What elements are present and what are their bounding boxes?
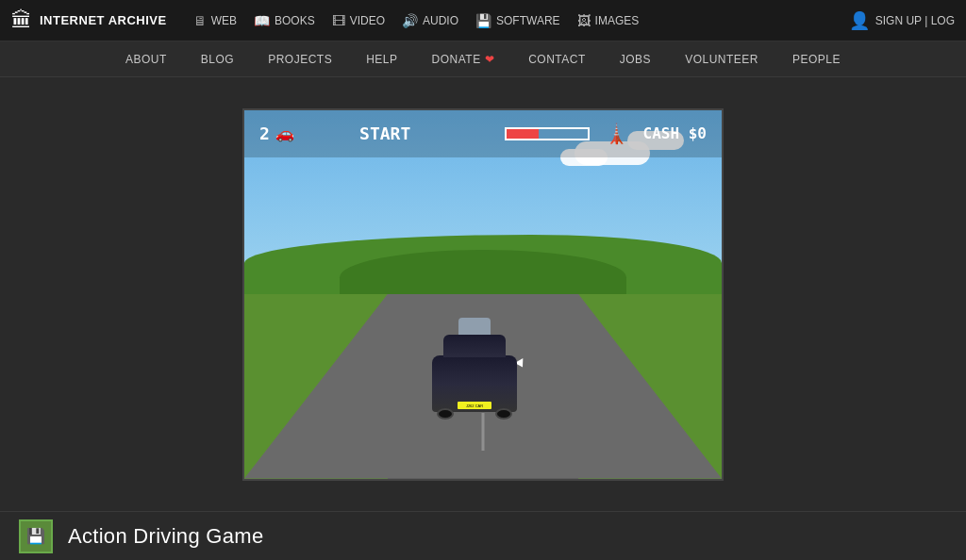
car-wheel-left [437, 408, 454, 420]
nav-web-label: WEB [211, 14, 237, 27]
nav-contact[interactable]: CONTACT [511, 41, 603, 77]
nav-software-label: SOFTWARE [496, 14, 560, 27]
game-screen: J262 CAR 2 🚗 START 🗼 CASH $0 [244, 110, 722, 479]
archive-icon: 🏛 [11, 8, 32, 33]
nav-volunteer[interactable]: VOLUNTEER [668, 41, 775, 77]
eiffel-icon: 🗼 [605, 123, 628, 145]
nav-blog[interactable]: BLOG [184, 41, 251, 77]
nav-audio[interactable]: 🔊 AUDIO [394, 9, 466, 32]
image-icon: 🖼 [577, 13, 591, 28]
license-plate: J262 CAR [458, 402, 491, 409]
car-windshield [458, 318, 491, 335]
monitor-icon: 🖥 [193, 13, 207, 28]
top-navigation: 🏛 INTERNET ARCHIVE 🖥 WEB 📖 BOOKS 🎞 VIDEO… [0, 0, 966, 41]
auth-area[interactable]: 👤 SIGN UP | LOG [849, 10, 955, 31]
nav-web[interactable]: 🖥 WEB [186, 9, 244, 32]
floppy-icon: 💾 [475, 13, 491, 28]
nav-books-label: BOOKS [275, 14, 315, 27]
nav-images[interactable]: 🖼 IMAGES [570, 9, 647, 32]
nav-donate[interactable]: DONATE❤ [415, 41, 512, 77]
player-car: J262 CAR [432, 355, 517, 412]
fuel-bar-container [505, 127, 590, 140]
nav-help[interactable]: HELP [349, 41, 414, 77]
logo-area[interactable]: 🏛 INTERNET ARCHIVE [11, 8, 167, 33]
nav-projects[interactable]: PROJECTS [251, 41, 349, 77]
person-icon: 👤 [849, 10, 870, 31]
nav-about[interactable]: ABOUT [108, 41, 184, 77]
site-name: INTERNET ARCHIVE [40, 13, 167, 27]
nav-books[interactable]: 📖 BOOKS [246, 9, 323, 32]
nav-software[interactable]: 💾 SOFTWARE [468, 9, 568, 32]
secondary-navigation: ABOUT BLOG PROJECTS HELP DONATE❤ CONTACT… [0, 41, 966, 77]
bottom-bar: 💾 Action Driving Game [0, 511, 966, 560]
main-content: J262 CAR 2 🚗 START 🗼 CASH $0 [0, 77, 966, 511]
hud-cash: CASH $0 [643, 124, 707, 142]
hud-start-label: START [281, 124, 490, 143]
film-icon: 🎞 [332, 13, 345, 28]
nav-jobs[interactable]: JOBS [603, 41, 668, 77]
cash-value: 0 [697, 124, 707, 142]
car-roof [443, 335, 506, 357]
hud-fuel [505, 127, 590, 140]
road-center-line [482, 413, 485, 451]
game-title: Action Driving Game [68, 524, 263, 549]
lives-count: 2 [259, 124, 270, 143]
car-wheel-right [495, 408, 512, 420]
nav-images-label: IMAGES [595, 14, 640, 27]
fuel-fill [507, 129, 539, 139]
game-hud: 2 🚗 START 🗼 CASH $0 [244, 110, 722, 157]
cash-label: CASH $ [643, 124, 698, 142]
nav-video[interactable]: 🎞 VIDEO [325, 9, 392, 32]
speaker-icon: 🔊 [402, 13, 418, 28]
heart-icon: ❤ [485, 53, 495, 66]
top-nav-links: 🖥 WEB 📖 BOOKS 🎞 VIDEO 🔊 AUDIO 💾 SOFTWARE… [186, 9, 849, 32]
game-container[interactable]: J262 CAR 2 🚗 START 🗼 CASH $0 [242, 108, 724, 481]
book-icon: 📖 [254, 13, 270, 28]
bottom-floppy-icon: 💾 [19, 519, 53, 553]
auth-label: SIGN UP | LOG [875, 14, 955, 27]
nav-video-label: VIDEO [350, 14, 385, 27]
nav-people[interactable]: PEOPLE [775, 41, 858, 77]
nav-audio-label: AUDIO [423, 14, 458, 27]
